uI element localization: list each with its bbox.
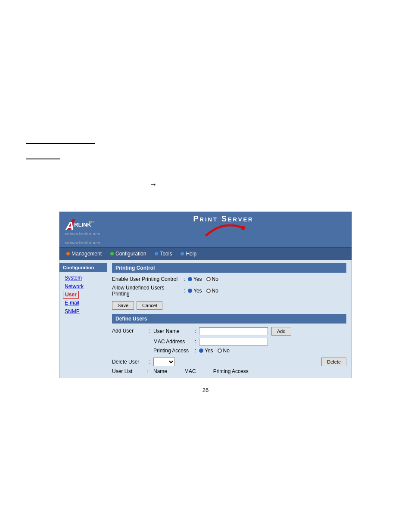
allow-undefined-no-dot: [206, 289, 211, 293]
enable-printing-yes[interactable]: Yes: [188, 276, 202, 282]
nav-dot-help: [181, 252, 184, 255]
printing-access-sep: :: [192, 348, 199, 354]
add-user-fields: User Name : Add MAC Address :: [153, 327, 346, 356]
define-users-header: Define Users: [112, 314, 346, 324]
user-list-access-header: Printing Access: [213, 368, 249, 374]
printing-access-radio-group: Yes No: [199, 348, 230, 354]
user-list-name-header: Name: [153, 368, 167, 374]
divider-1: [26, 143, 95, 144]
nav-configuration[interactable]: Configuration: [107, 249, 149, 258]
airlink-logo-svg: A RLINK 101: [65, 217, 95, 233]
nav-bar: Management Configuration Tools Help: [59, 247, 352, 260]
arrow-text: [26, 181, 146, 188]
save-button[interactable]: Save: [112, 301, 134, 310]
allow-undefined-no[interactable]: No: [206, 288, 218, 294]
print-server-title: Print Server: [100, 215, 346, 224]
user-list-row: User List : Name MAC Printing Access: [112, 368, 346, 374]
sidebar-section-header: Configuration: [59, 263, 107, 272]
sidebar-item-network[interactable]: Network: [59, 282, 107, 291]
printing-access-no-label: No: [223, 348, 230, 354]
delete-button[interactable]: Delete: [321, 358, 346, 366]
user-list-table: Name MAC Printing Access: [153, 368, 346, 374]
printing-access-row: Printing Access : Yes No: [153, 348, 346, 354]
nav-help-label: Help: [186, 251, 196, 257]
content-area: Printing Control Enable User Printing Co…: [107, 260, 352, 378]
mac-address-input[interactable]: [199, 338, 268, 345]
add-user-row: Add User : User Name : Add: [112, 327, 346, 356]
delete-user-row: Delete User : Delete: [112, 358, 346, 366]
printing-access-no[interactable]: No: [218, 348, 230, 354]
save-cancel-row: Save Cancel: [112, 301, 346, 310]
allow-undefined-yes-label: Yes: [193, 288, 202, 294]
nav-dot-configuration: [110, 252, 114, 255]
mac-address-label: MAC Address: [153, 339, 192, 345]
allow-undefined-sep: :: [181, 288, 188, 294]
printing-access-yes-dot: [199, 348, 203, 353]
header: A RLINK 101 networksolutions Print Serve…: [59, 212, 352, 240]
nav-dot-tools: [155, 252, 158, 255]
printing-control-header: Printing Control: [112, 263, 346, 273]
sidebar-item-user[interactable]: User: [63, 291, 79, 299]
nav-configuration-label: Configuration: [115, 251, 146, 257]
svg-text:101: 101: [88, 220, 94, 224]
ui-screenshot: A RLINK 101 networksolutions Print Serve…: [59, 212, 352, 378]
svg-text:A: A: [65, 219, 74, 233]
enable-printing-radio-group: Yes No: [188, 276, 218, 282]
add-button[interactable]: Add: [271, 327, 291, 336]
printing-access-yes-label: Yes: [205, 348, 213, 354]
allow-undefined-yes[interactable]: Yes: [188, 288, 202, 294]
sidebar-item-snmp[interactable]: SNMP: [59, 307, 107, 316]
sidebar-item-system[interactable]: System: [59, 274, 107, 282]
enable-printing-yes-label: Yes: [193, 276, 202, 282]
networking-solutions-text: networksolutions: [65, 241, 100, 245]
user-name-sep: :: [192, 328, 199, 334]
user-list-label: User List: [112, 368, 146, 374]
allow-undefined-row: Allow Undefined Users Printing : Yes No: [112, 285, 346, 297]
printing-access-no-dot: [218, 348, 222, 353]
divider-2: [26, 159, 60, 159]
add-user-sep: :: [146, 327, 153, 334]
enable-printing-no-dot: [206, 277, 211, 281]
enable-printing-row: Enable User Printing Control : Yes No: [112, 276, 346, 282]
mac-address-sep: :: [192, 339, 199, 345]
allow-undefined-yes-dot: [188, 289, 192, 293]
user-name-label: User Name: [153, 328, 192, 334]
sidebar: Configuration System Network User E-mail…: [59, 260, 107, 378]
define-users-section: Define Users Add User : User Name : Add: [112, 314, 346, 374]
enable-printing-no-label: No: [212, 276, 218, 282]
enable-printing-no[interactable]: No: [206, 276, 218, 282]
enable-printing-sep: :: [181, 276, 188, 282]
nav-dot-management: [66, 252, 70, 255]
user-list-sep: :: [146, 368, 153, 374]
cancel-button[interactable]: Cancel: [137, 301, 162, 310]
nav-tools[interactable]: Tools: [151, 249, 175, 258]
nav-management-label: Management: [72, 251, 102, 257]
enable-printing-label: Enable User Printing Control: [112, 276, 181, 282]
user-name-input[interactable]: [199, 327, 268, 335]
allow-undefined-radio-group: Yes No: [188, 288, 218, 294]
right-arrow-icon: →: [149, 180, 157, 189]
add-user-label: Add User: [112, 327, 146, 334]
delete-user-label: Delete User: [112, 359, 146, 365]
main-content: Configuration System Network User E-mail…: [59, 260, 352, 378]
nav-management[interactable]: Management: [63, 249, 105, 258]
printing-access-yes[interactable]: Yes: [199, 348, 213, 354]
user-name-row: User Name : Add: [153, 327, 346, 336]
red-swoosh-icon: [202, 224, 245, 237]
mac-address-row: MAC Address :: [153, 338, 346, 345]
sidebar-item-email[interactable]: E-mail: [59, 299, 107, 307]
page-number: 26: [26, 387, 385, 393]
enable-printing-yes-dot: [188, 277, 192, 281]
delete-user-select[interactable]: [153, 358, 175, 366]
user-list-mac-header: MAC: [184, 368, 196, 374]
printing-access-label: Printing Access: [153, 348, 192, 354]
nav-help[interactable]: Help: [177, 249, 200, 258]
svg-point-4: [241, 226, 245, 230]
arrow-instruction: →: [26, 180, 385, 189]
logo: A RLINK 101 networksolutions: [65, 217, 100, 236]
allow-undefined-no-label: No: [212, 288, 218, 294]
allow-undefined-label: Allow Undefined Users Printing: [112, 285, 181, 297]
nav-tools-label: Tools: [160, 251, 172, 257]
logo-subtitle: networksolutions: [65, 232, 100, 236]
delete-sep: :: [146, 359, 153, 365]
